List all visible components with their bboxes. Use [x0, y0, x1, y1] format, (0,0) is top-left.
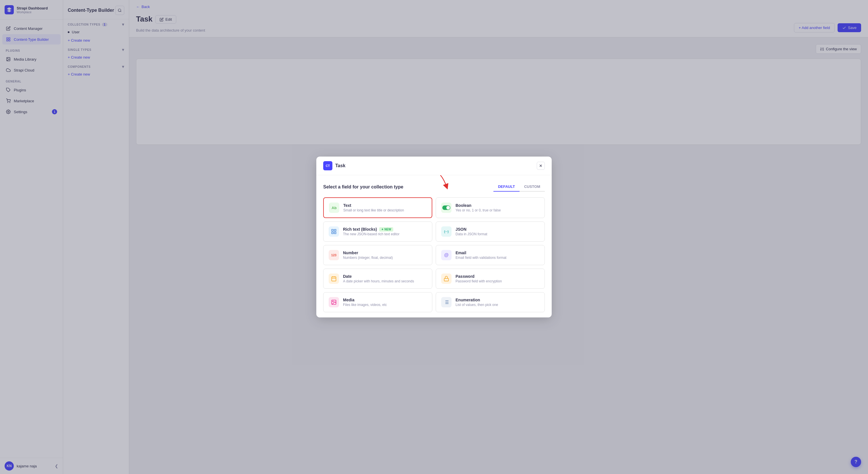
boolean-field-desc: Yes or no, 1 or 0, true or false: [456, 208, 539, 212]
field-card-rich-text[interactable]: Rich text (Blocks) ✦ NEW The new JSON-ba…: [323, 221, 432, 242]
media-field-desc: Files like images, videos, etc: [343, 303, 427, 307]
svg-rect-26: [332, 232, 334, 234]
number-field-desc: Numbers (integer, float, decimal): [343, 256, 427, 260]
svg-rect-24: [334, 230, 336, 231]
media-field-name: Media: [343, 298, 427, 302]
field-card-password[interactable]: Password Password field with encryption: [436, 269, 545, 289]
field-card-json[interactable]: {···} JSON Data in JSON format: [436, 221, 545, 242]
content-type-badge: CT: [323, 161, 332, 170]
text-field-desc: Small or long text like title or descrip…: [343, 208, 427, 212]
modal-body: เลือก Text Select a field for your colle…: [316, 175, 552, 318]
text-field-info: Text Small or long text like title or de…: [343, 203, 427, 212]
boolean-field-icon: [441, 203, 452, 213]
enumeration-field-info: Enumeration List of values, then pick on…: [456, 298, 539, 307]
email-field-icon: @: [441, 250, 452, 260]
text-field-name: Text: [343, 203, 427, 208]
rich-text-field-icon: [329, 226, 339, 237]
email-field-name: Email: [456, 250, 539, 255]
svg-rect-25: [334, 232, 336, 234]
modal-section-header: Select a field for your collection type …: [323, 182, 545, 191]
svg-point-33: [333, 301, 334, 302]
field-card-media[interactable]: Media Files like images, videos, etc: [323, 292, 432, 312]
svg-rect-23: [332, 230, 334, 231]
modal-header: CT Task ✕: [316, 156, 552, 175]
modal-close-button[interactable]: ✕: [537, 162, 545, 170]
json-field-info: JSON Data in JSON format: [456, 227, 539, 236]
rich-text-field-info: Rich text (Blocks) ✦ NEW The new JSON-ba…: [343, 227, 427, 236]
field-card-enumeration[interactable]: Enumeration List of values, then pick on…: [436, 292, 545, 312]
field-card-text[interactable]: Ab Text Small or long text like title or…: [323, 197, 432, 218]
number-field-info: Number Numbers (integer, float, decimal): [343, 250, 427, 260]
rich-text-field-name: Rich text (Blocks): [343, 227, 377, 232]
text-field-icon: Ab: [329, 203, 339, 213]
field-card-date[interactable]: Date A date picker with hours, minutes a…: [323, 269, 432, 289]
password-field-icon: [441, 273, 452, 284]
email-field-info: Email Email field with validations forma…: [456, 250, 539, 260]
annotation-area: เลือก Text Select a field for your colle…: [323, 182, 545, 191]
date-field-icon: [329, 273, 339, 284]
field-selector-modal: CT Task ✕ เลือก Text: [316, 156, 552, 318]
select-field-title: Select a field for your collection type: [323, 184, 403, 189]
number-field-name: Number: [343, 250, 427, 255]
tab-default[interactable]: DEFAULT: [493, 182, 520, 191]
modal-overlay: CT Task ✕ เลือก Text: [0, 0, 868, 474]
modal-header-left: CT Task: [323, 161, 345, 170]
new-badge: ✦ NEW: [379, 227, 393, 232]
enumeration-field-name: Enumeration: [456, 298, 539, 302]
rich-text-field-desc: The new JSON-based rich text editor: [343, 232, 427, 236]
json-field-icon: {···}: [441, 226, 452, 237]
password-field-name: Password: [456, 274, 539, 279]
enumeration-field-icon: [441, 297, 452, 307]
svg-rect-31: [444, 278, 448, 281]
boolean-field-name: Boolean: [456, 203, 539, 208]
media-field-info: Media Files like images, videos, etc: [343, 298, 427, 307]
date-field-name: Date: [343, 274, 427, 279]
field-card-number[interactable]: 123 Number Numbers (integer, float, deci…: [323, 245, 432, 265]
svg-point-22: [446, 206, 450, 210]
email-field-desc: Email field with validations format: [456, 256, 539, 260]
date-field-desc: A date picker with hours, minutes and se…: [343, 279, 427, 283]
field-grid: Ab Text Small or long text like title or…: [323, 197, 545, 312]
json-field-desc: Data in JSON format: [456, 232, 539, 236]
field-card-boolean[interactable]: Boolean Yes or no, 1 or 0, true or false: [436, 197, 545, 218]
field-card-email[interactable]: @ Email Email field with validations for…: [436, 245, 545, 265]
password-field-desc: Password field with encryption: [456, 279, 539, 283]
password-field-info: Password Password field with encryption: [456, 274, 539, 283]
media-field-icon: [329, 297, 339, 307]
modal-ct-name: Task: [335, 163, 345, 168]
date-field-info: Date A date picker with hours, minutes a…: [343, 274, 427, 283]
number-field-icon: 123: [329, 250, 339, 260]
boolean-field-info: Boolean Yes or no, 1 or 0, true or false: [456, 203, 539, 212]
tab-group: DEFAULT CUSTOM: [493, 182, 545, 191]
enumeration-field-desc: List of values, then pick one: [456, 303, 539, 307]
svg-rect-27: [332, 277, 336, 281]
json-field-name: JSON: [456, 227, 539, 232]
tab-custom[interactable]: CUSTOM: [520, 182, 545, 191]
